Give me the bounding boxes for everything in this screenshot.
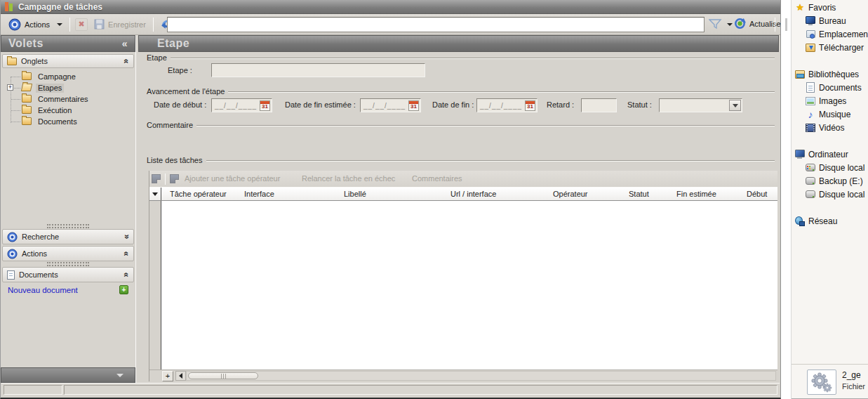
refresh-button[interactable]: Actualiser [734, 18, 783, 30]
sidebar-section-actions[interactable]: Actions « [2, 246, 134, 261]
recherche-target-icon [7, 232, 18, 242]
row-filter-cell[interactable] [149, 188, 161, 200]
date-debut-label: Date de début : [154, 100, 206, 109]
column-header[interactable]: Fin estimée [668, 188, 738, 200]
tree-item-execution[interactable]: Exécution [1, 105, 135, 116]
column-header[interactable]: Tâche opérateur [161, 188, 236, 200]
delete-button[interactable]: ✖ [75, 18, 88, 31]
toolbar-separator [69, 18, 70, 32]
explorer-section-bibliotheques[interactable]: Bibliothèques [792, 68, 868, 80]
column-header[interactable]: Libellé [335, 188, 442, 200]
date-fin-estimee-input[interactable]: __/__/____ 31 [360, 98, 421, 112]
explorer-item-bureau[interactable]: Bureau [792, 15, 868, 27]
explorer-details-pane: 2_ge Fichier [792, 364, 868, 398]
statut-select[interactable] [659, 98, 742, 112]
splitter-grip[interactable] [47, 224, 89, 228]
title-bar: Campagne de tâches [1, 0, 780, 14]
scrollbar-thumb[interactable] [188, 372, 258, 379]
sidebar-section-onglets[interactable]: Onglets « [2, 54, 134, 68]
tree-item-campagne[interactable]: Campagne [1, 71, 135, 82]
tree-item-label: Commentaires [36, 95, 91, 104]
document-icon [806, 83, 815, 93]
etape-input[interactable] [211, 63, 425, 77]
status-cell [4, 385, 62, 395]
tasks-grid-rows[interactable] [161, 201, 777, 369]
explorer-item-disque-local-2[interactable]: Disque local [792, 188, 868, 200]
scroll-left-button[interactable] [175, 371, 186, 381]
select-arrow-button[interactable] [729, 100, 741, 111]
date-fin-input[interactable]: __/__/____ 31 [476, 98, 538, 112]
sidebar-section-recherche[interactable]: Recherche « [2, 229, 134, 244]
calendar-icon[interactable]: 31 [260, 100, 270, 111]
save-icon [94, 19, 105, 30]
explorer-item-backup-e[interactable]: Backup (E:) [792, 175, 868, 187]
explorer-section-favoris[interactable]: Favoris [792, 1, 868, 13]
column-header[interactable]: Début [738, 188, 777, 200]
calendar-icon[interactable]: 31 [525, 100, 535, 111]
explorer-section-reseau[interactable]: Réseau [792, 215, 868, 227]
column-header[interactable]: Opérateur [545, 188, 620, 200]
retard-input[interactable] [581, 98, 617, 112]
explorer-item-videos[interactable]: Vidéos [792, 122, 868, 133]
splitter-grip[interactable] [47, 262, 89, 266]
scroll-left-icon [179, 373, 182, 379]
sidebar-bottom-bar[interactable] [1, 367, 135, 383]
file-thumbnail[interactable] [807, 369, 836, 395]
libraries-icon [795, 70, 805, 79]
tree-item-label: Etapes [36, 84, 64, 93]
explorer-item-documents[interactable]: Documents [792, 81, 868, 93]
new-document-link[interactable]: Nouveau document [8, 286, 78, 294]
comments-button[interactable]: Commentaires [412, 174, 462, 183]
relaunch-failed-task-button[interactable]: Relancer la tâche en échec [302, 174, 395, 183]
explorer-item-images[interactable]: Images [792, 95, 868, 107]
explorer-section-ordinateur[interactable]: Ordinateur [792, 148, 868, 160]
add-operator-task-button[interactable]: Ajouter une tâche opérateur [185, 174, 280, 183]
tree-item-label: Campagne [36, 72, 78, 81]
desktop-icon [806, 16, 815, 26]
expand-plus-icon[interactable]: + [7, 84, 13, 91]
column-header[interactable]: Url / interface [442, 188, 545, 200]
task-note-icon[interactable] [152, 174, 161, 183]
add-task-icon[interactable] [170, 174, 179, 183]
filter-icon[interactable] [709, 19, 722, 30]
search-input[interactable] [167, 17, 705, 32]
explorer-item-telechargements[interactable]: Télécharger [792, 41, 868, 53]
row-filter-icon [152, 192, 158, 196]
tree-item-label: Documents [36, 117, 79, 126]
gears-file-icon [810, 372, 834, 393]
collapse-down-icon [116, 374, 123, 377]
row-selector-gutter [149, 201, 161, 369]
add-row-button[interactable]: + [162, 371, 173, 381]
tree-item-documents[interactable]: Documents [1, 116, 135, 127]
statut-label: Statut : [627, 100, 652, 109]
collapse-panel-icon[interactable]: « [122, 38, 128, 49]
column-header[interactable]: Interface [236, 188, 335, 200]
recent-places-icon [806, 30, 815, 39]
column-header[interactable]: Statut [620, 188, 668, 200]
save-button[interactable]: Enregistrer [92, 18, 148, 31]
explorer-item-emplacements[interactable]: Emplacemen [792, 28, 868, 40]
tasks-grid-header: Tâche opérateur Interface Libellé Url / … [149, 188, 777, 201]
chevron-up-icon[interactable]: « [122, 59, 132, 64]
calendar-icon[interactable]: 31 [408, 100, 419, 111]
sidebar-section-documents[interactable]: Documents « [2, 267, 134, 282]
date-debut-input[interactable]: __/__/____ 31 [211, 98, 272, 112]
tree-item-commentaires[interactable]: Commentaires [1, 93, 135, 105]
chevron-up-icon[interactable]: « [122, 273, 132, 277]
recherche-section-label: Recherche [22, 233, 59, 241]
tasks-grid-toolbar: Ajouter une tâche opérateur Relancer la … [149, 171, 777, 188]
actions-menu-button[interactable]: Actions [6, 17, 65, 32]
horizontal-scrollbar[interactable] [186, 371, 776, 381]
explorer-scroll-strip[interactable] [781, 0, 792, 399]
tree-item-etapes[interactable]: + Etapes [1, 82, 135, 93]
actions-target-icon [8, 18, 21, 31]
videos-icon [806, 123, 815, 133]
add-document-icon[interactable]: + [119, 285, 128, 294]
tasks-grid-scrollbar-row: + [149, 369, 777, 381]
filter-dropdown-arrow-icon[interactable] [727, 23, 733, 26]
explorer-item-disque-local-c[interactable]: Disque local [792, 162, 868, 174]
explorer-item-musique[interactable]: Musique [792, 108, 868, 120]
chevron-up-icon[interactable]: « [122, 251, 132, 256]
computer-icon [795, 150, 805, 159]
chevron-down-icon[interactable]: « [122, 235, 132, 240]
